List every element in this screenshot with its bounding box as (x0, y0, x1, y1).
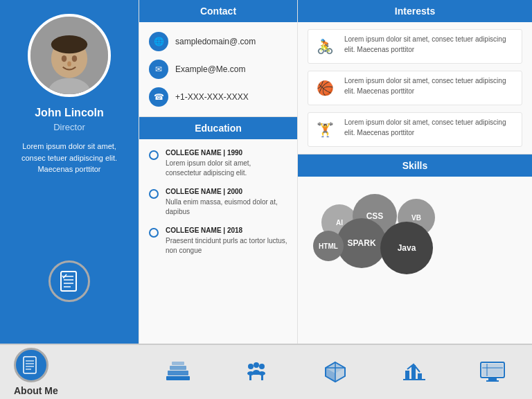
interest-item-3: 🏋 Lorem ipsum dolor sit amet, consec tet… (308, 112, 522, 147)
contact-section: 🌐 sampledomain@.com ✉ Example@Me.com ☎ +… (139, 22, 297, 117)
edu-item-1: COLLEGE NAME | 1990 Lorem ipsum dolor si… (149, 149, 287, 178)
svg-point-7 (67, 61, 71, 66)
contact-email: Example@Me.com (175, 64, 246, 74)
edu-title-3: COLLEGE NAME | 2018 (166, 227, 287, 234)
interest-text-3: Lorem ipsum dolor sit amet, consec tetue… (344, 117, 517, 138)
interests-section: 🚴 Lorem ipsum dolor sit amet, consec tet… (298, 22, 532, 154)
contact-item-web: 🌐 sampledomain@.com (149, 32, 287, 51)
sidebar: John Lincoln Director Lorem ipsum dolor … (0, 0, 139, 344)
svg-point-27 (259, 364, 265, 369)
svg-rect-20 (170, 366, 186, 370)
svg-rect-23 (249, 375, 251, 380)
avatar (28, 14, 111, 97)
svg-point-6 (72, 55, 77, 62)
contact-header: Contact (139, 0, 297, 22)
bottom-icons (139, 360, 532, 384)
interest-item-2: 🏀 Lorem ipsum dolor sit amet, consec tet… (308, 71, 522, 105)
bottom-bar: About Me (0, 344, 532, 399)
web-icon: 🌐 (149, 32, 168, 51)
edu-desc-2: Nulla enim massa, euismod dolor at, dapi… (166, 197, 287, 217)
about-icon (14, 348, 48, 382)
books-icon[interactable] (164, 360, 192, 384)
svg-rect-13 (24, 357, 36, 373)
skill-bubble-spark: SPARK (337, 218, 387, 268)
edu-title-1: COLLEGE NAME | 1990 (166, 149, 287, 157)
right-panel: Interests 🚴 Lorem ipsum dolor sit amet, … (298, 0, 532, 344)
bottom-about: About Me (0, 348, 139, 396)
svg-rect-46 (486, 380, 499, 382)
contact-phone: +1-XXX-XXX-XXXX (175, 92, 249, 102)
svg-point-30 (253, 370, 260, 374)
svg-rect-37 (403, 379, 425, 380)
person-bio: Lorem ipsum dolor sit amet, consec tetue… (0, 141, 139, 175)
phone-icon: ☎ (149, 87, 168, 107)
cube-icon[interactable] (321, 360, 349, 384)
svg-rect-21 (172, 362, 184, 365)
about-label: About Me (14, 385, 58, 396)
svg-rect-42 (482, 364, 503, 376)
education-header: Education (139, 117, 297, 139)
svg-point-25 (248, 364, 254, 369)
svg-rect-38 (405, 371, 409, 379)
email-icon: ✉ (149, 60, 168, 79)
svg-rect-45 (488, 378, 497, 380)
chart-icon[interactable] (400, 360, 428, 384)
edu-title-2: COLLEGE NAME | 2000 (166, 188, 287, 195)
screen-icon[interactable] (479, 360, 506, 384)
edu-desc-1: Lorem ipsum dolor sit amet, consectetur … (166, 159, 287, 178)
svg-point-4 (51, 35, 87, 53)
svg-point-5 (62, 55, 66, 62)
edu-item-2: COLLEGE NAME | 2000 Nulla enim massa, eu… (149, 188, 287, 217)
svg-rect-18 (166, 376, 190, 380)
skill-bubble-html: HTML (313, 231, 344, 261)
svg-rect-24 (261, 375, 263, 380)
contact-item-email: ✉ Example@Me.com (149, 60, 287, 79)
contact-web: sampledomain@.com (175, 37, 256, 46)
svg-point-29 (254, 362, 259, 368)
edu-bullet-1 (149, 150, 159, 160)
edu-item-3: COLLEGE NAME | 2018 Praesent tincidunt p… (149, 227, 287, 256)
education-section: COLLEGE NAME | 1990 Lorem ipsum dolor si… (139, 139, 297, 344)
skill-bubble-java: Java (380, 222, 433, 274)
interest-text-1: Lorem ipsum dolor sit amet, consec tetue… (344, 34, 517, 55)
skills-bubbles: AICSSSPARKVBHTMLJava (308, 184, 522, 274)
edu-bullet-2 (149, 189, 159, 199)
edu-desc-3: Praesent tincidunt purls ac tortor luctu… (166, 236, 287, 256)
svg-rect-40 (418, 373, 422, 379)
person-title: Director (53, 122, 85, 132)
interests-header: Interests (298, 0, 532, 22)
skills-header: Skills (298, 154, 532, 177)
sidebar-checklist-icon (48, 260, 90, 302)
contact-item-phone: ☎ +1-XXX-XXX-XXXX (149, 87, 287, 107)
svg-rect-19 (168, 371, 188, 375)
skills-section: AICSSSPARKVBHTMLJava (298, 177, 532, 344)
basketball-icon: 🏀 (312, 76, 337, 100)
interest-item-1: 🚴 Lorem ipsum dolor sit amet, consec tet… (308, 29, 522, 64)
main-content: John Lincoln Director Lorem ipsum dolor … (0, 0, 532, 344)
middle-panel: Contact 🌐 sampledomain@.com ✉ Example@Me… (139, 0, 298, 344)
edu-bullet-3 (149, 228, 159, 238)
svg-rect-8 (61, 272, 76, 291)
meeting-icon[interactable] (242, 360, 270, 384)
fitness-icon: 🏋 (312, 117, 337, 142)
cycling-icon: 🚴 (312, 34, 337, 59)
person-name: John Lincoln (35, 107, 104, 119)
interest-text-2: Lorem ipsum dolor sit amet, consec tetue… (344, 76, 517, 96)
